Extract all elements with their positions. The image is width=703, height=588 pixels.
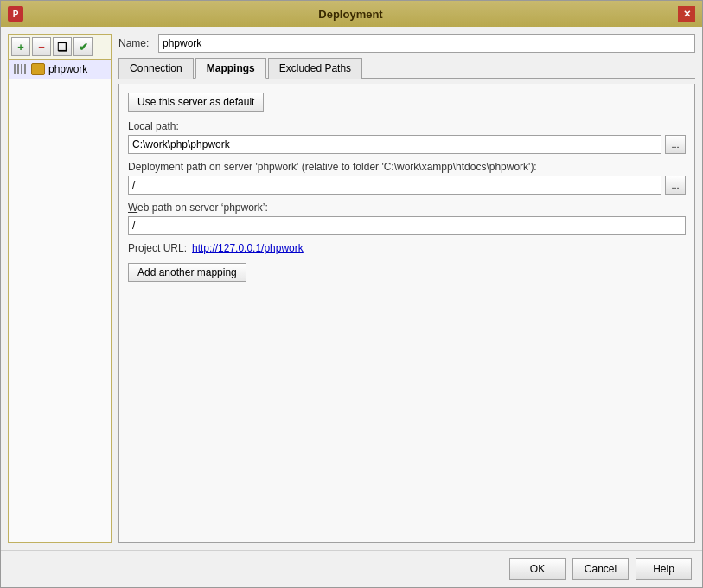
deployment-path-label: Deployment path on server 'phpwork' (rel… xyxy=(128,161,686,173)
toolbar: + − ❑ ✔ xyxy=(9,35,111,60)
project-url-row: Project URL: http://127.0.0.1/phpwork xyxy=(128,242,686,254)
name-row: Name: xyxy=(118,34,695,53)
deployment-path-browse-button[interactable]: ... xyxy=(665,176,686,195)
web-path-section: Web path on server ‘phpwork’: xyxy=(128,201,686,235)
close-button[interactable]: ✕ xyxy=(678,6,695,22)
name-label: Name: xyxy=(118,37,153,49)
title-bar: P Deployment ✕ xyxy=(1,1,702,27)
server-icon xyxy=(31,63,45,75)
local-path-section: Local path: ... xyxy=(128,120,686,154)
dots-icon xyxy=(14,64,28,74)
right-panel: Name: Connection Mappings Excluded Paths… xyxy=(118,34,695,543)
deployment-path-input[interactable] xyxy=(128,176,661,195)
local-path-input[interactable] xyxy=(128,135,661,154)
tabs: Connection Mappings Excluded Paths xyxy=(118,58,695,79)
cancel-button[interactable]: Cancel xyxy=(572,558,629,580)
tab-mappings[interactable]: Mappings xyxy=(195,58,266,79)
ok-button[interactable]: OK xyxy=(509,558,566,580)
web-path-input[interactable] xyxy=(128,216,686,235)
deployment-path-row: ... xyxy=(128,176,686,195)
server-tree-item[interactable]: phpwork xyxy=(9,60,111,79)
app-icon: P xyxy=(8,6,23,22)
tab-content-mappings: Use this server as default Local path: .… xyxy=(118,84,695,543)
deployment-dialog: P Deployment ✕ + − ❑ ✔ phpwork Name: xyxy=(0,0,703,588)
local-path-label: Local path: xyxy=(128,120,686,132)
local-path-browse-button[interactable]: ... xyxy=(665,135,686,154)
help-button[interactable]: Help xyxy=(636,558,692,580)
web-path-label: Web path on server ‘phpwork’: xyxy=(128,201,686,214)
add-mapping-button[interactable]: Add another mapping xyxy=(128,263,246,282)
remove-server-button[interactable]: − xyxy=(32,37,51,56)
project-url-link[interactable]: http://127.0.0.1/phpwork xyxy=(192,242,304,254)
server-name: phpwork xyxy=(48,63,87,75)
dialog-title: Deployment xyxy=(23,8,678,21)
web-path-row xyxy=(128,216,686,235)
left-panel: + − ❑ ✔ phpwork xyxy=(8,34,112,543)
copy-server-button[interactable]: ❑ xyxy=(53,37,72,56)
deployment-path-section: Deployment path on server 'phpwork' (rel… xyxy=(128,161,686,195)
local-path-row: ... xyxy=(128,135,686,154)
dialog-body: + − ❑ ✔ phpwork Name: Connection xyxy=(1,27,702,550)
tab-excluded-paths[interactable]: Excluded Paths xyxy=(268,58,362,79)
tab-connection[interactable]: Connection xyxy=(118,58,194,79)
add-server-button[interactable]: + xyxy=(11,37,30,56)
dialog-footer: OK Cancel Help xyxy=(1,550,702,587)
use-server-default-button[interactable]: Use this server as default xyxy=(128,93,264,112)
project-url-label: Project URL: xyxy=(128,242,187,254)
name-input[interactable] xyxy=(158,34,695,53)
save-server-button[interactable]: ✔ xyxy=(73,37,93,56)
